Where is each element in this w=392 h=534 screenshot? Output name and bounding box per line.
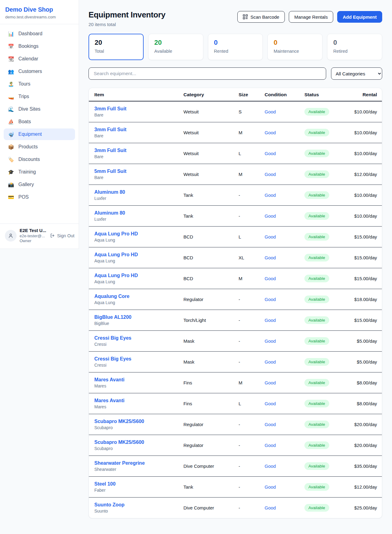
nav-item[interactable]: 📦 Products xyxy=(4,141,75,153)
item-name-link[interactable]: 3mm Full Suit xyxy=(94,148,126,153)
category-select[interactable]: All Categories xyxy=(331,67,382,80)
scan-barcode-button[interactable]: Scan Barcode xyxy=(237,11,285,23)
sign-out-button[interactable]: Sign Out xyxy=(50,233,74,238)
item-rental-price: $10.00/day xyxy=(351,143,382,164)
item-category: Dive Computer xyxy=(183,497,239,518)
item-rental-price: $20.00/day xyxy=(351,435,382,456)
item-name-link[interactable]: Scubapro MK25/S600 xyxy=(94,419,144,424)
status-badge: Available xyxy=(304,337,329,345)
table-row: Cressi Big Eyes Cressi Mask - Good Avail… xyxy=(89,351,382,372)
item-rental-price: $12.00/day xyxy=(351,476,382,497)
item-size: - xyxy=(239,414,265,435)
table-row: Suunto Zoop Suunto Dive Computer - Good … xyxy=(89,497,382,518)
nav-item[interactable]: 🤿 Equipment xyxy=(4,128,75,140)
nav-item[interactable]: ⛵ Boats xyxy=(4,116,75,128)
add-equipment-button[interactable]: Add Equipment xyxy=(337,11,382,23)
item-name-link[interactable]: BigBlue AL1200 xyxy=(94,315,131,320)
status-badge: Available xyxy=(304,400,329,407)
item-size: - xyxy=(239,205,265,226)
stat-card[interactable]: 0 Retired xyxy=(327,34,382,60)
header-actions: Scan Barcode Manage Rentals Add Equipmen… xyxy=(237,11,382,23)
nav-item[interactable]: 🏷️ Discounts xyxy=(4,154,75,165)
status-badge: Available xyxy=(304,358,329,366)
nav-item-icon: 📊 xyxy=(8,31,14,37)
status-badge: Available xyxy=(304,212,329,220)
nav-item[interactable]: 🚤 Trips xyxy=(4,91,75,102)
item-name-link[interactable]: Aqua Lung Pro HD xyxy=(94,231,138,237)
nav-item[interactable]: 💳 POS xyxy=(4,191,75,203)
item-condition: Good xyxy=(265,247,304,268)
item-size: S xyxy=(239,101,265,122)
item-name-link[interactable]: Aluminum 80 xyxy=(94,189,125,195)
item-size: - xyxy=(239,435,265,456)
item-brand: Bare xyxy=(94,154,183,159)
item-condition: Good xyxy=(265,497,304,518)
item-name-link[interactable]: 3mm Full Suit xyxy=(94,106,126,112)
sign-out-label: Sign Out xyxy=(57,233,74,238)
item-name-link[interactable]: Shearwater Peregrine xyxy=(94,460,145,466)
item-name-link[interactable]: Steel 100 xyxy=(94,481,115,487)
status-badge: Available xyxy=(304,462,329,470)
item-category: Tank xyxy=(183,185,239,205)
nav-item[interactable]: 🌊 Dive Sites xyxy=(4,103,75,115)
item-rental-price: $10.00/day xyxy=(351,205,382,226)
item-name-link[interactable]: Mares Avanti xyxy=(94,398,124,403)
search-input[interactable] xyxy=(89,67,326,80)
item-category: Torch/Light xyxy=(183,310,239,330)
item-name-link[interactable]: Scubapro MK25/S600 xyxy=(94,440,144,445)
nav-item-icon: 📦 xyxy=(8,144,14,150)
stat-card[interactable]: 20 Available xyxy=(148,34,203,60)
nav-item[interactable]: 📸 Gallery xyxy=(4,179,75,190)
nav-item[interactable]: 📆 Calendar xyxy=(4,53,75,65)
nav-item-icon: 🌊 xyxy=(8,106,14,112)
nav-item[interactable]: 📅 Bookings xyxy=(4,40,75,52)
stat-card[interactable]: 0 Rented xyxy=(208,34,263,60)
item-name-link[interactable]: Cressi Big Eyes xyxy=(94,335,131,341)
item-name-link[interactable]: Aqua Lung Pro HD xyxy=(94,252,138,257)
item-brand: Bare xyxy=(94,175,183,180)
table-row: Aluminum 80 Luxfer Tank - Good Available… xyxy=(89,205,382,226)
nav-item[interactable]: 🎓 Training xyxy=(4,166,75,178)
item-name-link[interactable]: 3mm Full Suit xyxy=(94,127,126,132)
barcode-scan-icon xyxy=(243,14,248,19)
manage-rentals-button[interactable]: Manage Rentals xyxy=(289,11,333,23)
item-category: Wetsuit xyxy=(183,122,239,143)
status-badge: Available xyxy=(304,316,329,324)
item-category: Wetsuit xyxy=(183,164,239,185)
sidebar-nav: 📊 Dashboard 📅 Bookings 📆 Calendar 👥 Cust… xyxy=(0,24,79,206)
item-name-link[interactable]: Mares Avanti xyxy=(94,377,124,383)
item-name-link[interactable]: 5mm Full Suit xyxy=(94,169,126,174)
item-name-link[interactable]: Suunto Zoop xyxy=(94,502,125,508)
item-brand: Luxfer xyxy=(94,217,183,222)
table-row: 3mm Full Suit Bare Wetsuit M Good Availa… xyxy=(89,122,382,143)
item-brand: Scubapro xyxy=(94,425,183,430)
user-name: E2E Test U... xyxy=(20,228,46,233)
item-rental-price: $15.00/day xyxy=(351,268,382,289)
nav-item[interactable]: 🏝️ Tours xyxy=(4,78,75,90)
item-name-link[interactable]: Aqualung Core xyxy=(94,294,130,299)
item-brand: Scubapro xyxy=(94,446,183,451)
stat-card[interactable]: 0 Maintenance xyxy=(267,34,322,60)
nav-item[interactable]: 📊 Dashboard xyxy=(4,28,75,40)
user-role: Owner xyxy=(20,238,46,243)
item-rental-price: $20.00/day xyxy=(351,414,382,435)
table-row: Scubapro MK25/S600 Scubapro Regulator - … xyxy=(89,414,382,435)
status-badge: Available xyxy=(304,150,329,157)
item-name-link[interactable]: Aqua Lung Pro HD xyxy=(94,273,138,278)
nav-item-label: Training xyxy=(18,169,36,175)
stat-card[interactable]: 20 Total xyxy=(89,34,144,60)
item-size: M xyxy=(239,372,265,393)
nav-item-label: Customers xyxy=(18,69,42,74)
nav-item[interactable]: 👥 Customers xyxy=(4,66,75,77)
item-name-link[interactable]: Cressi Big Eyes xyxy=(94,356,131,362)
nav-item-label: Dive Sites xyxy=(18,106,40,112)
item-rental-price: $10.00/day xyxy=(351,122,382,143)
nav-item-icon: 🤿 xyxy=(8,132,14,137)
stat-label: Maintenance xyxy=(273,49,316,54)
status-badge: Available xyxy=(304,170,329,178)
item-name-link[interactable]: Aluminum 80 xyxy=(94,210,125,216)
item-condition: Good xyxy=(265,435,304,456)
item-size: - xyxy=(239,310,265,330)
nav-item-icon: 📆 xyxy=(8,56,14,62)
item-size: - xyxy=(239,456,265,476)
